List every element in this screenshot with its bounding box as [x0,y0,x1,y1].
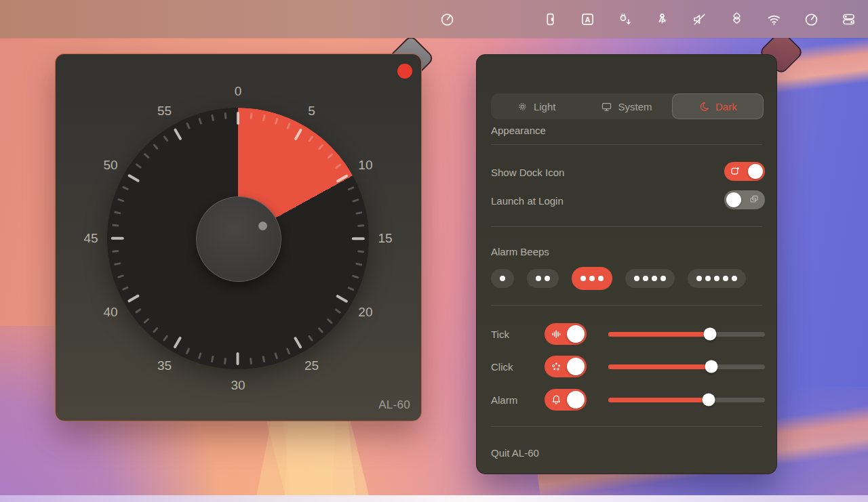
menu-extra-input-source-a-icon[interactable]: A [577,9,597,28]
divider [491,226,762,227]
dial-tick [111,237,124,240]
slider-knob[interactable] [702,394,715,406]
menu-bar: A [0,0,868,38]
dial-number-10: 10 [358,158,372,173]
beep-dot [652,276,657,281]
dial-tick [237,352,239,365]
beep-dot [705,276,711,281]
appearance-option-label: Dark [715,101,737,112]
beep-dot [732,276,737,281]
alarm-beeps-option-1[interactable] [491,269,514,288]
settings-panel: Appearance LightSystemDark Show Dock Ico… [476,54,777,474]
show-dock-icon-label: Show Dock Icon [491,167,564,178]
dial-tick [237,112,239,125]
quit-label: Quit AL-60 [491,447,539,459]
menu-extra-llama-download-icon[interactable] [614,9,635,28]
alarm-beeps-heading: Alarm Beeps [491,246,765,257]
appearance-option-light[interactable]: Light [491,93,581,119]
beep-dot [598,276,604,281]
wallpaper-bottom-strip [0,495,868,502]
quit-menu-item[interactable]: Quit AL-60 [491,446,765,459]
alarm-beeps-option-2[interactable] [527,269,559,288]
sun-icon [517,101,528,112]
alarm-beeps-option-3[interactable] [572,267,612,290]
dial-number-45: 45 [83,231,98,246]
alarm-volume-slider[interactable] [608,398,765,402]
dial-knob[interactable] [196,196,281,282]
tick-sound-row: Tick [491,323,765,345]
dial-tick [250,358,252,364]
menu-extra-volume-mute-icon[interactable] [689,9,709,28]
beep-dot [723,276,728,281]
dial-number-50: 50 [104,158,118,173]
dial-number-55: 55 [157,104,172,119]
menu-extra-wifi-icon[interactable] [764,9,784,28]
show-dock-icon-row: Show Dock Icon [491,163,765,182]
windows-overlap-icon [749,194,760,205]
beep-dot [580,276,586,281]
click-label: Click [491,361,545,373]
launch-at-login-toggle[interactable] [724,190,765,209]
launch-at-login-row: Launch at Login [491,191,765,210]
divider [491,305,762,306]
dial-number-40: 40 [104,305,118,320]
tick-volume-slider[interactable] [608,332,765,337]
tick-label: Tick [491,329,545,340]
alarm-beeps-option-5[interactable] [688,269,746,288]
dock-badge-icon [730,165,741,176]
menu-extra-timer-gauge-icon[interactable] [437,9,457,28]
click-volume-slider[interactable] [608,364,765,369]
slider-knob[interactable] [704,328,717,341]
menu-bar-right-icons: A [540,9,859,28]
menu-extra-keys-icon[interactable] [652,9,672,28]
beep-dot [714,276,719,281]
launch-at-login-label: Launch at Login [491,195,564,207]
click-sound-row: Click [491,356,765,377]
appearance-option-system[interactable]: System [581,93,671,119]
beep-dot [643,276,648,281]
app-name-label: AL-60 [378,398,410,412]
record-dot-icon[interactable] [397,64,412,79]
moon-icon [698,101,710,112]
desktop: A 0510152025303540455055 AL-60 Appearanc… [0,0,868,502]
alarm-beeps-option-4[interactable] [625,269,675,288]
appearance-heading: Appearance [491,125,765,136]
alarm-beeps-options [491,267,765,290]
alarm-toggle[interactable] [545,389,587,411]
dial-number-5: 5 [308,104,315,119]
beep-dot [660,276,666,281]
show-dock-icon-toggle[interactable] [724,162,765,181]
dial-number-25: 25 [304,358,319,373]
dial-number-35: 35 [157,358,172,373]
dial-number-15: 15 [378,231,392,246]
menu-extra-control-center-icon[interactable] [838,9,859,28]
alarm-sound-row: Alarm [491,389,765,411]
slider-knob[interactable] [705,360,718,373]
beep-dot [696,276,702,281]
alarm-label: Alarm [491,394,545,406]
appearance-segmented-control: LightSystemDark [491,93,764,119]
dial-number-20: 20 [358,305,372,320]
beep-dot [536,276,541,281]
menu-extra-timer-icon[interactable] [801,9,821,28]
beep-dot [634,276,639,281]
divider [491,426,762,427]
waveform-icon [550,328,563,341]
dial-number-30: 30 [231,378,245,393]
knob-indicator-dot [258,222,267,230]
tick-toggle[interactable] [545,323,587,345]
divider [491,144,762,145]
timer-window: 0510152025303540455055 AL-60 [55,54,422,421]
menu-extra-battery-icon[interactable] [540,9,560,28]
appearance-option-label: Light [534,101,556,112]
dial-number-0: 0 [235,84,242,99]
svg-text:A: A [585,15,590,23]
display-icon [601,101,612,112]
bell-icon [550,394,563,406]
click-toggle[interactable] [545,356,587,377]
appearance-option-label: System [618,101,652,112]
dial-tick [224,112,226,119]
click-dots-icon [550,360,563,373]
appearance-option-dark[interactable]: Dark [672,93,764,119]
menu-extra-stacks-icon[interactable] [726,9,747,28]
